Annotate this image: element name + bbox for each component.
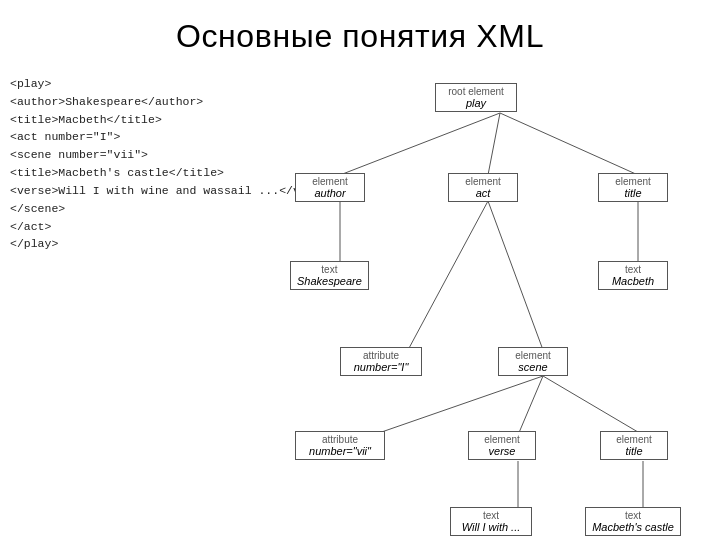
node-title-top: element title [598, 173, 668, 202]
node-scene: element scene [498, 347, 568, 376]
node-attr-number-vii: attribute number="vii" [295, 431, 385, 460]
svg-line-9 [543, 376, 643, 435]
tree-diagram: root element play element author element… [240, 65, 710, 525]
node-will-i: text Will I with ... [450, 507, 532, 536]
node-attr-number-i: attribute number="I" [340, 347, 422, 376]
code-block: <play> <author>Shakespeare</author> <tit… [10, 65, 240, 525]
svg-line-7 [373, 376, 543, 435]
node-macbeths-castle: text Macbeth's castle [585, 507, 681, 536]
node-title-bottom: element title [600, 431, 668, 460]
svg-line-2 [500, 113, 638, 175]
node-author: element author [295, 173, 365, 202]
svg-line-6 [488, 201, 543, 350]
node-act: element act [448, 173, 518, 202]
svg-line-5 [408, 201, 488, 350]
svg-line-8 [518, 376, 543, 435]
node-root: root element play [435, 83, 517, 112]
node-verse: element verse [468, 431, 536, 460]
page-title: Основные понятия XML [0, 0, 720, 65]
svg-line-0 [340, 113, 500, 175]
node-shakespeare: text Shakespeare [290, 261, 369, 290]
node-macbeth-text: text Macbeth [598, 261, 668, 290]
svg-line-1 [488, 113, 500, 175]
